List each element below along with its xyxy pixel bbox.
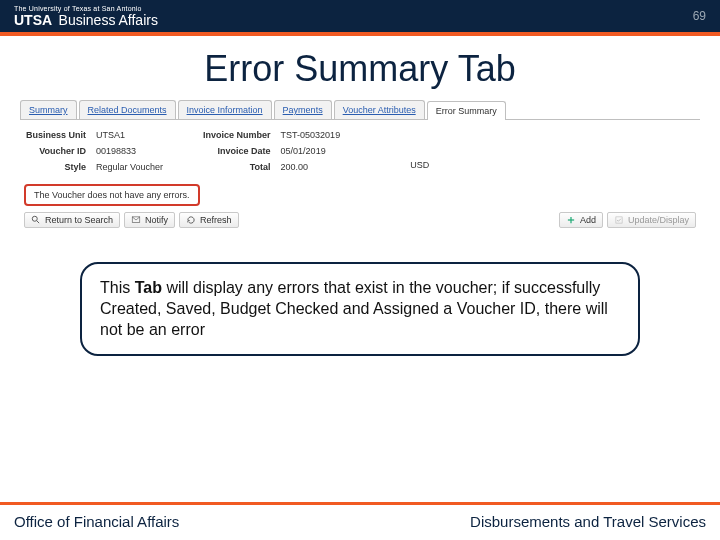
callout-rest: will display any errors that exist in th… (100, 279, 608, 338)
add-button[interactable]: Add (559, 212, 603, 228)
tab-row: Summary Related Documents Invoice Inform… (20, 100, 700, 120)
value-total: 200.00 (281, 162, 341, 172)
svg-point-0 (32, 216, 37, 221)
value-voucher-id: 00198833 (96, 146, 163, 156)
update-display-button[interactable]: Update/Display (607, 212, 696, 228)
tab-payments[interactable]: Payments (274, 100, 332, 119)
value-invoice-number: TST-05032019 (281, 130, 341, 140)
label-invoice-date: Invoice Date (203, 146, 271, 156)
tab-invoice-information[interactable]: Invoice Information (178, 100, 272, 119)
header-bar: The University of Texas at San Antonio U… (0, 0, 720, 32)
field-col-left: Business Unit UTSA1 Voucher ID 00198833 … (26, 130, 163, 172)
refresh-icon (186, 215, 196, 225)
svg-line-1 (37, 221, 40, 224)
value-currency: USD (410, 160, 429, 170)
refresh-label: Refresh (200, 215, 232, 225)
refresh-button[interactable]: Refresh (179, 212, 239, 228)
callout-bold: Tab (135, 279, 162, 296)
tab-voucher-attributes[interactable]: Voucher Attributes (334, 100, 425, 119)
footer-right: Disbursements and Travel Services (470, 513, 706, 530)
action-bar: Return to Search Notify Refresh Add Upda… (24, 212, 696, 228)
notify-icon (131, 215, 141, 225)
error-message-highlight: The Voucher does not have any errors. (24, 184, 200, 206)
callout-prefix: This (100, 279, 135, 296)
field-col-right: Invoice Number TST-05032019 Invoice Date… (203, 130, 340, 172)
update-label: Update/Display (628, 215, 689, 225)
search-icon (31, 215, 41, 225)
notify-label: Notify (145, 215, 168, 225)
brand-pretitle: The University of Texas at San Antonio (14, 5, 158, 12)
notify-button[interactable]: Notify (124, 212, 175, 228)
value-style: Regular Voucher (96, 162, 163, 172)
footer: Office of Financial Affairs Disbursement… (0, 502, 720, 540)
accent-bar (0, 32, 720, 36)
add-label: Add (580, 215, 596, 225)
page-number: 69 (693, 9, 706, 23)
slide-title: Error Summary Tab (0, 48, 720, 90)
return-to-search-button[interactable]: Return to Search (24, 212, 120, 228)
brand: The University of Texas at San Antonio U… (14, 5, 158, 28)
field-grid: Business Unit UTSA1 Voucher ID 00198833 … (20, 120, 700, 178)
brand-subtitle: Business Affairs (59, 12, 158, 28)
value-business-unit: UTSA1 (96, 130, 163, 140)
explanation-callout: This Tab will display any errors that ex… (80, 262, 640, 356)
brand-logo-text: UTSA (14, 12, 52, 28)
label-total: Total (203, 162, 271, 172)
app-screenshot: Summary Related Documents Invoice Inform… (20, 100, 700, 228)
update-icon (614, 215, 624, 225)
label-voucher-id: Voucher ID (26, 146, 86, 156)
tab-related-documents[interactable]: Related Documents (79, 100, 176, 119)
value-invoice-date: 05/01/2019 (281, 146, 341, 156)
label-style: Style (26, 162, 86, 172)
tab-error-summary[interactable]: Error Summary (427, 101, 506, 120)
add-icon (566, 215, 576, 225)
label-invoice-number: Invoice Number (203, 130, 271, 140)
tab-summary[interactable]: Summary (20, 100, 77, 119)
label-business-unit: Business Unit (26, 130, 86, 140)
return-label: Return to Search (45, 215, 113, 225)
footer-left: Office of Financial Affairs (14, 513, 179, 530)
